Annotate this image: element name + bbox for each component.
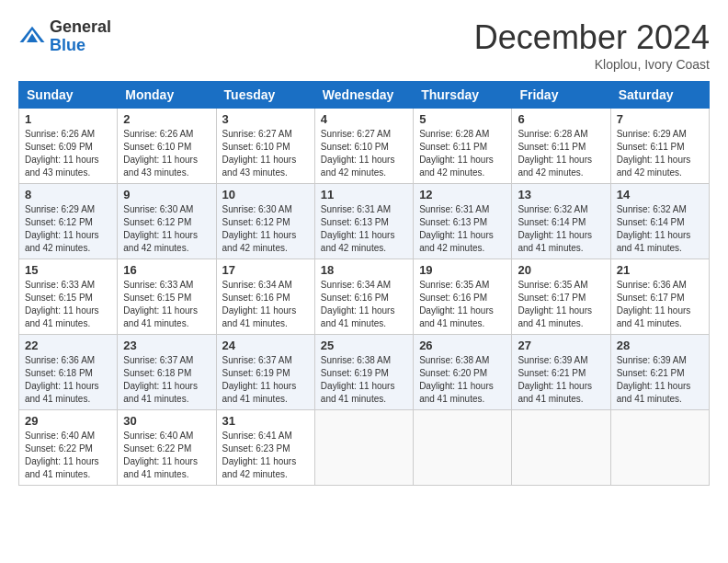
calendar-cell: 15Sunrise: 6:33 AM Sunset: 6:15 PM Dayli… bbox=[19, 259, 118, 335]
day-number: 4 bbox=[321, 112, 407, 126]
calendar-cell: 12Sunrise: 6:31 AM Sunset: 6:13 PM Dayli… bbox=[414, 184, 512, 259]
day-info: Sunrise: 6:35 AM Sunset: 6:17 PM Dayligh… bbox=[518, 279, 604, 330]
day-number: 2 bbox=[123, 112, 210, 126]
day-number: 13 bbox=[518, 188, 604, 201]
day-header-tuesday: Tuesday bbox=[216, 82, 314, 109]
day-info: Sunrise: 6:37 AM Sunset: 6:18 PM Dayligh… bbox=[123, 354, 210, 406]
calendar-cell: 21Sunrise: 6:36 AM Sunset: 6:17 PM Dayli… bbox=[610, 259, 709, 335]
day-number: 6 bbox=[518, 112, 604, 126]
week-row-3: 15Sunrise: 6:33 AM Sunset: 6:15 PM Dayli… bbox=[19, 259, 710, 335]
week-row-1: 1Sunrise: 6:26 AM Sunset: 6:09 PM Daylig… bbox=[19, 109, 710, 184]
day-number: 23 bbox=[123, 339, 210, 352]
day-info: Sunrise: 6:31 AM Sunset: 6:13 PM Dayligh… bbox=[321, 203, 407, 255]
day-number: 1 bbox=[25, 112, 111, 126]
day-info: Sunrise: 6:27 AM Sunset: 6:10 PM Dayligh… bbox=[321, 128, 407, 179]
calendar-cell: 5Sunrise: 6:28 AM Sunset: 6:11 PM Daylig… bbox=[414, 109, 512, 184]
day-info: Sunrise: 6:30 AM Sunset: 6:12 PM Dayligh… bbox=[222, 203, 309, 255]
calendar-cell: 9Sunrise: 6:30 AM Sunset: 6:12 PM Daylig… bbox=[118, 184, 216, 259]
calendar-cell: 3Sunrise: 6:27 AM Sunset: 6:10 PM Daylig… bbox=[216, 109, 314, 184]
calendar-cell: 31Sunrise: 6:41 AM Sunset: 6:23 PM Dayli… bbox=[216, 410, 314, 486]
week-row-4: 22Sunrise: 6:36 AM Sunset: 6:18 PM Dayli… bbox=[19, 335, 710, 410]
day-number: 10 bbox=[222, 188, 309, 201]
day-info: Sunrise: 6:35 AM Sunset: 6:16 PM Dayligh… bbox=[419, 279, 506, 330]
day-number: 17 bbox=[222, 263, 309, 277]
day-number: 29 bbox=[25, 414, 111, 428]
logo: General Blue bbox=[18, 18, 111, 55]
calendar-cell: 26Sunrise: 6:38 AM Sunset: 6:20 PM Dayli… bbox=[414, 335, 512, 410]
calendar-cell: 8Sunrise: 6:29 AM Sunset: 6:12 PM Daylig… bbox=[19, 184, 118, 259]
calendar-cell: 19Sunrise: 6:35 AM Sunset: 6:16 PM Dayli… bbox=[414, 259, 512, 335]
calendar-header-row: SundayMondayTuesdayWednesdayThursdayFrid… bbox=[19, 82, 710, 109]
day-info: Sunrise: 6:34 AM Sunset: 6:16 PM Dayligh… bbox=[222, 279, 309, 330]
day-header-monday: Monday bbox=[118, 82, 216, 109]
calendar-cell: 11Sunrise: 6:31 AM Sunset: 6:13 PM Dayli… bbox=[314, 184, 413, 259]
day-info: Sunrise: 6:39 AM Sunset: 6:21 PM Dayligh… bbox=[617, 354, 703, 406]
day-info: Sunrise: 6:36 AM Sunset: 6:17 PM Dayligh… bbox=[617, 279, 703, 330]
week-row-5: 29Sunrise: 6:40 AM Sunset: 6:22 PM Dayli… bbox=[19, 410, 710, 486]
calendar-cell bbox=[314, 410, 413, 486]
day-info: Sunrise: 6:32 AM Sunset: 6:14 PM Dayligh… bbox=[518, 203, 604, 255]
day-info: Sunrise: 6:32 AM Sunset: 6:14 PM Dayligh… bbox=[617, 203, 703, 255]
logo-text: General Blue bbox=[50, 18, 111, 55]
calendar-cell: 22Sunrise: 6:36 AM Sunset: 6:18 PM Dayli… bbox=[19, 335, 118, 410]
calendar-cell: 16Sunrise: 6:33 AM Sunset: 6:15 PM Dayli… bbox=[118, 259, 216, 335]
calendar-cell: 6Sunrise: 6:28 AM Sunset: 6:11 PM Daylig… bbox=[512, 109, 610, 184]
day-header-friday: Friday bbox=[512, 82, 610, 109]
calendar-cell: 7Sunrise: 6:29 AM Sunset: 6:11 PM Daylig… bbox=[610, 109, 709, 184]
day-number: 28 bbox=[617, 339, 703, 352]
page-header: General Blue December 2024 Kloplou, Ivor… bbox=[18, 18, 710, 72]
day-number: 5 bbox=[419, 112, 506, 126]
week-row-2: 8Sunrise: 6:29 AM Sunset: 6:12 PM Daylig… bbox=[19, 184, 710, 259]
day-number: 16 bbox=[123, 263, 210, 277]
calendar-cell bbox=[512, 410, 610, 486]
day-info: Sunrise: 6:36 AM Sunset: 6:18 PM Dayligh… bbox=[25, 354, 111, 406]
calendar-cell: 29Sunrise: 6:40 AM Sunset: 6:22 PM Dayli… bbox=[19, 410, 118, 486]
day-number: 24 bbox=[222, 339, 309, 352]
calendar-table: SundayMondayTuesdayWednesdayThursdayFrid… bbox=[18, 81, 710, 486]
calendar-cell: 23Sunrise: 6:37 AM Sunset: 6:18 PM Dayli… bbox=[118, 335, 216, 410]
logo-general: General bbox=[50, 18, 111, 37]
day-info: Sunrise: 6:40 AM Sunset: 6:22 PM Dayligh… bbox=[25, 430, 111, 481]
day-info: Sunrise: 6:31 AM Sunset: 6:13 PM Dayligh… bbox=[419, 203, 506, 255]
calendar-cell: 13Sunrise: 6:32 AM Sunset: 6:14 PM Dayli… bbox=[512, 184, 610, 259]
day-info: Sunrise: 6:37 AM Sunset: 6:19 PM Dayligh… bbox=[222, 354, 309, 406]
day-number: 20 bbox=[518, 263, 604, 277]
day-header-wednesday: Wednesday bbox=[314, 82, 413, 109]
day-info: Sunrise: 6:38 AM Sunset: 6:19 PM Dayligh… bbox=[321, 354, 407, 406]
day-number: 27 bbox=[518, 339, 604, 352]
calendar-cell: 27Sunrise: 6:39 AM Sunset: 6:21 PM Dayli… bbox=[512, 335, 610, 410]
day-number: 30 bbox=[123, 414, 210, 428]
calendar-body: 1Sunrise: 6:26 AM Sunset: 6:09 PM Daylig… bbox=[19, 109, 710, 486]
calendar-cell: 20Sunrise: 6:35 AM Sunset: 6:17 PM Dayli… bbox=[512, 259, 610, 335]
calendar-cell: 14Sunrise: 6:32 AM Sunset: 6:14 PM Dayli… bbox=[610, 184, 709, 259]
calendar-cell: 2Sunrise: 6:26 AM Sunset: 6:10 PM Daylig… bbox=[118, 109, 216, 184]
title-area: December 2024 Kloplou, Ivory Coast bbox=[474, 18, 710, 72]
day-header-sunday: Sunday bbox=[19, 82, 118, 109]
calendar-cell: 18Sunrise: 6:34 AM Sunset: 6:16 PM Dayli… bbox=[314, 259, 413, 335]
day-number: 14 bbox=[617, 188, 703, 201]
calendar-cell bbox=[610, 410, 709, 486]
day-info: Sunrise: 6:28 AM Sunset: 6:11 PM Dayligh… bbox=[419, 128, 506, 179]
calendar-cell: 1Sunrise: 6:26 AM Sunset: 6:09 PM Daylig… bbox=[19, 109, 118, 184]
day-number: 22 bbox=[25, 339, 111, 352]
day-number: 19 bbox=[419, 263, 506, 277]
day-info: Sunrise: 6:39 AM Sunset: 6:21 PM Dayligh… bbox=[518, 354, 604, 406]
day-number: 25 bbox=[321, 339, 407, 352]
calendar-cell: 4Sunrise: 6:27 AM Sunset: 6:10 PM Daylig… bbox=[314, 109, 413, 184]
location: Kloplou, Ivory Coast bbox=[474, 57, 710, 72]
day-info: Sunrise: 6:40 AM Sunset: 6:22 PM Dayligh… bbox=[123, 430, 210, 481]
day-number: 12 bbox=[419, 188, 506, 201]
day-info: Sunrise: 6:33 AM Sunset: 6:15 PM Dayligh… bbox=[25, 279, 111, 330]
calendar-cell: 10Sunrise: 6:30 AM Sunset: 6:12 PM Dayli… bbox=[216, 184, 314, 259]
day-number: 31 bbox=[222, 414, 309, 428]
day-info: Sunrise: 6:41 AM Sunset: 6:23 PM Dayligh… bbox=[222, 430, 309, 481]
day-info: Sunrise: 6:38 AM Sunset: 6:20 PM Dayligh… bbox=[419, 354, 506, 406]
calendar-cell: 17Sunrise: 6:34 AM Sunset: 6:16 PM Dayli… bbox=[216, 259, 314, 335]
day-number: 7 bbox=[617, 112, 703, 126]
calendar-cell: 28Sunrise: 6:39 AM Sunset: 6:21 PM Dayli… bbox=[610, 335, 709, 410]
day-header-thursday: Thursday bbox=[414, 82, 512, 109]
calendar-cell bbox=[414, 410, 512, 486]
day-info: Sunrise: 6:30 AM Sunset: 6:12 PM Dayligh… bbox=[123, 203, 210, 255]
calendar-cell: 24Sunrise: 6:37 AM Sunset: 6:19 PM Dayli… bbox=[216, 335, 314, 410]
day-number: 26 bbox=[419, 339, 506, 352]
